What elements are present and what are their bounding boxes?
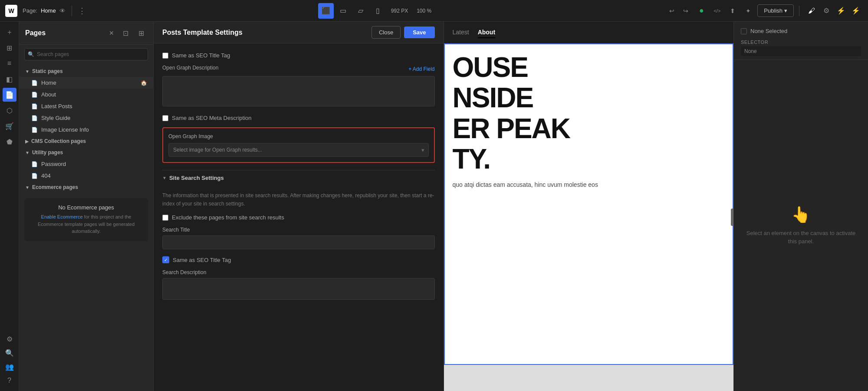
status-btn[interactable]: ● (695, 4, 708, 17)
page-name: Home (41, 7, 56, 14)
pages-title: Pages (25, 29, 104, 37)
left-icons-bottom: ⚙ 🔍 👥 ? (3, 332, 16, 388)
static-pages-section[interactable]: ▼ Static pages (19, 66, 153, 77)
mobile-view-btn[interactable]: ▯ (370, 3, 386, 19)
cms-icon[interactable]: ⬡ (3, 103, 16, 117)
zoom-display: 100 % (413, 8, 435, 14)
utility-pages-section[interactable]: ▼ Utility pages (19, 147, 153, 158)
brush-icon[interactable]: 🖌 (805, 4, 819, 18)
no-ecommerce-box: No Ecommerce pages Enable Ecommerce for … (24, 198, 148, 241)
more-options-icon[interactable]: ⋮ (78, 6, 86, 16)
exclude-checkbox-row: Exclude these pages from site search res… (162, 214, 435, 221)
tablet-sm-view-btn[interactable]: ▱ (353, 3, 368, 19)
add-page-btn[interactable]: ⊞ (135, 27, 147, 39)
no-ecommerce-title: No Ecommerce pages (30, 204, 142, 211)
ecommerce-icon[interactable]: 🛒 (3, 119, 16, 133)
pages-nav-icon[interactable]: 📄 (3, 88, 16, 102)
cms-collection-section[interactable]: ▶ CMS Collection pages (19, 136, 153, 147)
page-item-about[interactable]: 📄 About (19, 89, 153, 100)
search-description-row: Search Description (162, 269, 435, 301)
bolt-icon[interactable]: ⚡ (849, 4, 863, 18)
sparkle-btn[interactable]: ✦ (742, 4, 755, 17)
og-meta-checkbox[interactable] (162, 115, 168, 121)
page-file-icon-about: 📄 (31, 92, 38, 98)
interactions-icon[interactable]: ⚡ (834, 4, 848, 18)
page-item-404[interactable]: 📄 404 (19, 170, 153, 182)
separator-1 (72, 6, 72, 16)
layout-icon[interactable]: ⊞ (3, 41, 16, 55)
right-panel-icons: 🖌 ⚙ ⚡ ⚡ (805, 4, 863, 18)
page-item-style-guide[interactable]: 📄 Style Guide (19, 112, 153, 124)
canvas-content[interactable]: OUSE NSIDE ER PEAK TY. quo atqi dictas e… (444, 43, 734, 391)
search-title-row: Search Title (162, 227, 435, 249)
exclude-label[interactable]: Exclude these pages from site search res… (172, 214, 284, 221)
og-description-input[interactable] (162, 76, 435, 106)
same-as-seo-checkmark[interactable]: ✓ (162, 256, 169, 263)
right-panel-hint: Select an element on the canvas to activ… (743, 229, 859, 246)
search-description-input[interactable] (162, 278, 435, 300)
og-description-header: Open Graph Description + Add Field (162, 65, 435, 73)
enable-ecommerce-link[interactable]: Enable Ecommerce (41, 214, 83, 219)
cms-arrow: ▶ (25, 139, 29, 144)
main-area: ＋ ⊞ ≡ ◧ 📄 ⬡ 🛒 ⬟ ⚙ 🔍 👥 ? Pages ✕ ⊡ ⊞ 🔍 (0, 22, 868, 391)
share-btn[interactable]: ⬆ (726, 4, 739, 17)
page-name-style-guide: Style Guide (41, 115, 147, 121)
home-indicator-icon: 🏠 (141, 80, 147, 86)
site-search-section-toggle[interactable]: ▼ Site Search Settings (162, 170, 435, 186)
members-icon[interactable]: 👥 (3, 360, 16, 374)
page-name-latest-posts: Latest Posts (41, 103, 147, 109)
settings-close-btn[interactable]: Close (372, 26, 401, 39)
assets-icon[interactable]: ◧ (3, 72, 16, 86)
logic-icon[interactable]: ⬟ (3, 135, 16, 149)
selector-value: None (741, 46, 861, 56)
canvas-resize-handle[interactable] (731, 209, 733, 226)
search-title-input[interactable] (162, 235, 435, 249)
code-view-btn[interactable]: </> (710, 4, 723, 17)
site-settings-icon[interactable]: ⚙ (3, 332, 16, 346)
pages-search-wrap: 🔍 (24, 48, 148, 60)
same-as-seo-label[interactable]: Same as SEO Title Tag (173, 257, 231, 263)
static-pages-arrow: ▼ (25, 69, 30, 74)
page-item-image-license[interactable]: 📄 Image License Info (19, 124, 153, 136)
tab-about[interactable]: About (478, 27, 495, 38)
add-elements-icon[interactable]: ＋ (3, 25, 16, 39)
search-pages-input[interactable] (24, 48, 148, 60)
publish-btn[interactable]: Publish ▾ (757, 4, 794, 17)
right-panel-body: 👆 Select an element on the canvas to act… (734, 60, 868, 391)
tablet-view-btn[interactable]: ▭ (335, 3, 351, 19)
preview-line-1: OUSE (453, 52, 725, 83)
og-meta-checkbox-row: Same as SEO Meta Description (162, 115, 435, 121)
og-image-label: Open Graph Image (168, 133, 429, 139)
settings-save-btn[interactable]: Save (404, 27, 434, 38)
exclude-search-checkbox[interactable] (162, 215, 168, 221)
og-meta-label[interactable]: Same as SEO Meta Description (172, 115, 252, 121)
navigator-icon[interactable]: ≡ (3, 56, 16, 70)
help-icon[interactable]: ? (3, 374, 16, 388)
redo-btn[interactable]: ↪ (679, 4, 692, 17)
pages-close-btn[interactable]: ✕ (107, 29, 116, 37)
settings-body: Same as SEO Title Tag Open Graph Descrip… (154, 43, 444, 391)
seo-title-label[interactable]: Same as SEO Title Tag (172, 52, 230, 59)
pages-panel: Pages ✕ ⊡ ⊞ 🔍 ▼ Static pages 📄 Home 🏠 📄 (19, 22, 154, 391)
og-description-row: Open Graph Description + Add Field (162, 65, 435, 108)
og-image-select[interactable]: Select image for Open Graph results... (168, 143, 429, 157)
add-folder-btn[interactable]: ⊡ (119, 27, 132, 39)
ecommerce-section[interactable]: ▼ Ecommerce pages (19, 182, 153, 193)
page-item-home[interactable]: 📄 Home 🏠 (19, 77, 153, 89)
seo-title-checkbox[interactable] (162, 53, 168, 59)
undo-btn[interactable]: ↩ (665, 4, 678, 17)
site-search-info: The information that is presented in sit… (162, 192, 435, 208)
eye-icon[interactable]: 👁 (59, 7, 66, 14)
page-item-password[interactable]: 📄 Password (19, 158, 153, 170)
add-field-link[interactable]: + Add Field (408, 66, 434, 72)
search-icon[interactable]: 🔍 (3, 346, 16, 360)
page-name-password: Password (41, 161, 147, 167)
tab-latest[interactable]: Latest (453, 27, 469, 38)
hand-cursor-icon: 👆 (791, 205, 811, 224)
gear-settings-icon[interactable]: ⚙ (819, 4, 833, 18)
page-item-latest-posts[interactable]: 📄 Latest Posts (19, 100, 153, 112)
cms-collection-label: CMS Collection pages (31, 138, 147, 144)
canvas-preview-text: OUSE NSIDE ER PEAK TY. (444, 43, 734, 175)
desktop-view-btn[interactable]: ⬛ (318, 3, 334, 19)
page-file-icon-latest: 📄 (31, 103, 38, 109)
